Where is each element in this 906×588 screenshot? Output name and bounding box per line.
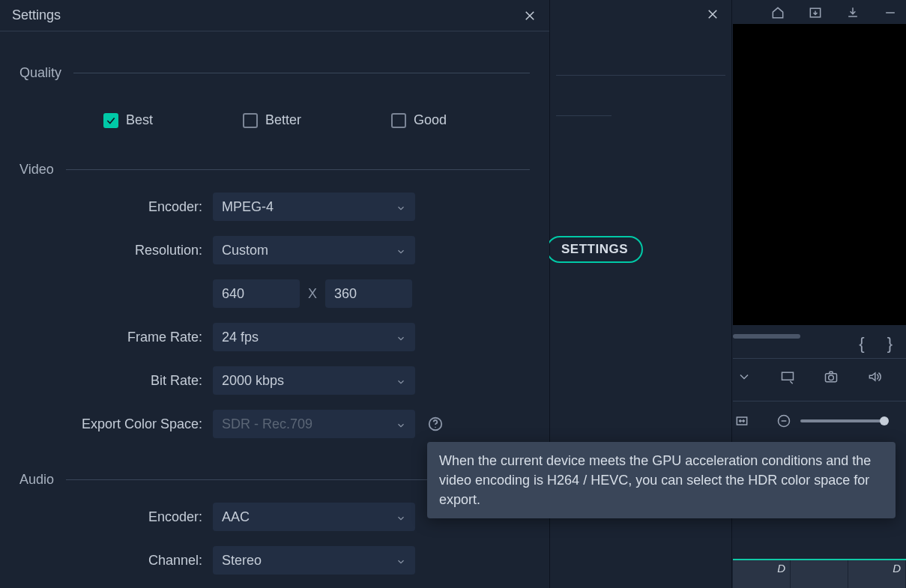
chevron-down-icon <box>396 375 406 386</box>
divider <box>733 401 906 401</box>
zoom-out-icon[interactable] <box>776 413 791 428</box>
clip-thumbnail[interactable] <box>791 560 848 588</box>
audio-encoder-select[interactable]: AAC <box>213 503 415 531</box>
chevron-down-icon <box>396 201 406 212</box>
resolution-value: Custom <box>222 243 268 258</box>
height-input[interactable] <box>325 279 412 308</box>
colorspace-value: SDR - Rec.709 <box>222 416 312 432</box>
bitrate-select[interactable]: 2000 kbps <box>213 366 415 395</box>
bitrate-label: Bit Rate: <box>19 373 213 389</box>
mark-out-brace[interactable]: } <box>887 334 893 354</box>
encoder-label: Encoder: <box>19 199 213 215</box>
chevron-down-icon[interactable] <box>736 369 752 385</box>
colorspace-tooltip: When the current device meets the GPU ac… <box>427 442 896 518</box>
divider <box>66 169 530 170</box>
chevron-down-icon <box>396 245 406 255</box>
section-title-video: Video <box>19 162 54 178</box>
resolution-select[interactable]: Custom <box>213 236 415 264</box>
divider <box>733 358 906 359</box>
clip-thumbnail[interactable]: D <box>733 560 791 588</box>
audio-channel-select[interactable]: Stereo <box>213 546 415 575</box>
svg-point-5 <box>829 375 834 381</box>
download-icon[interactable] <box>845 4 861 21</box>
x-separator: X <box>307 286 318 302</box>
display-icon[interactable] <box>779 369 796 385</box>
section-title-audio: Audio <box>19 472 54 488</box>
divider <box>556 115 611 116</box>
quality-option-best[interactable]: Best <box>103 112 153 128</box>
quality-label-better: Better <box>265 112 301 128</box>
clip-thumbnail[interactable]: D <box>848 560 906 588</box>
chevron-down-icon <box>396 512 406 522</box>
help-icon[interactable] <box>427 416 444 432</box>
width-input[interactable] <box>213 279 300 308</box>
minus-icon[interactable] <box>882 4 899 21</box>
chevron-down-icon <box>396 419 406 429</box>
preview-viewport[interactable] <box>733 24 906 325</box>
checkbox-checked-icon <box>103 113 118 128</box>
volume-icon[interactable] <box>866 369 883 385</box>
framerate-label: Frame Rate: <box>19 330 213 345</box>
scrub-bar[interactable] <box>733 334 800 339</box>
chevron-down-icon <box>396 332 406 342</box>
quality-label-good: Good <box>414 112 447 128</box>
svg-rect-3 <box>782 372 794 380</box>
timeline-thumbnails[interactable]: D D <box>733 559 906 588</box>
divider <box>73 73 530 73</box>
camera-icon[interactable] <box>823 369 839 385</box>
close-icon[interactable] <box>706 7 719 25</box>
svg-point-1 <box>435 427 435 428</box>
slider-knob[interactable] <box>880 416 889 425</box>
divider <box>556 75 725 76</box>
close-icon[interactable] <box>522 8 537 23</box>
encoder-select[interactable]: MPEG-4 <box>213 193 415 221</box>
home-icon[interactable] <box>770 4 786 21</box>
quality-label-best: Best <box>126 112 153 128</box>
import-icon[interactable] <box>807 4 824 21</box>
audio-encoder-value: AAC <box>222 509 250 525</box>
quality-option-better[interactable]: Better <box>243 112 301 128</box>
quality-option-good[interactable]: Good <box>391 112 447 128</box>
section-quality: Quality Best Better Good <box>19 65 530 128</box>
checkbox-empty-icon <box>243 113 258 128</box>
settings-button[interactable]: SETTINGS <box>546 236 643 263</box>
section-title-quality: Quality <box>19 65 61 81</box>
colorspace-label: Export Color Space: <box>19 416 213 432</box>
panel-header: Settings <box>0 0 549 31</box>
framerate-select[interactable]: 24 fps <box>213 323 415 351</box>
resolution-label: Resolution: <box>19 243 213 258</box>
audio-channel-value: Stereo <box>222 553 262 569</box>
encoder-value: MPEG-4 <box>222 199 274 215</box>
audio-encoder-label: Encoder: <box>19 509 213 525</box>
colorspace-select[interactable]: SDR - Rec.709 <box>213 410 415 438</box>
chevron-down-icon <box>396 555 406 566</box>
checkbox-empty-icon <box>391 113 406 128</box>
fit-icon[interactable] <box>734 413 749 428</box>
panel-title: Settings <box>12 7 61 23</box>
bitrate-value: 2000 kbps <box>222 373 284 389</box>
audio-channel-label: Channel: <box>19 553 213 569</box>
zoom-slider[interactable] <box>800 419 884 422</box>
framerate-value: 24 fps <box>222 330 259 345</box>
section-video: Video Encoder: MPEG-4 Resolution: Custom <box>19 162 530 438</box>
mark-in-brace[interactable]: { <box>859 334 864 354</box>
